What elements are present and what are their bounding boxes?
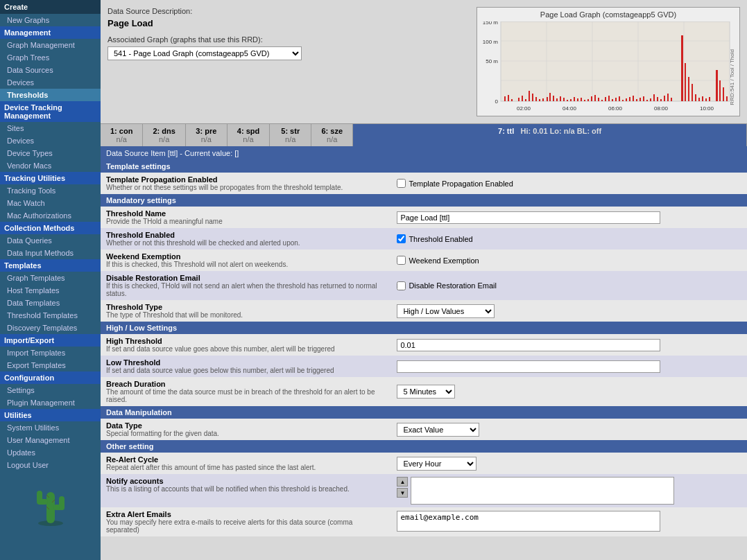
svg-rect-65	[653, 94, 655, 101]
svg-rect-73	[688, 77, 689, 101]
svg-rect-71	[681, 35, 683, 101]
sidebar-item-devices[interactable]: Devices	[0, 76, 101, 89]
sidebar-item-tracking-tools[interactable]: Tracking Tools	[0, 184, 101, 197]
assoc-graph-select[interactable]: 541 - Page Load Graph (comstageapp5 GVD)	[108, 46, 302, 60]
breach-duration-row: Breach Duration The amount of time the d…	[101, 377, 747, 406]
threshold-enabled-checkbox-label: Threshold Enabled	[409, 235, 472, 243]
sidebar-item-graph-templates[interactable]: Graph Templates	[0, 272, 101, 284]
breach-duration-select[interactable]: 5 Minutes 10 Minutes 15 Minutes 30 Minut…	[397, 385, 455, 399]
sidebar-item-host-templates[interactable]: Host Templates	[0, 284, 101, 297]
svg-rect-54	[615, 98, 617, 101]
svg-rect-53	[612, 99, 613, 101]
threshold-name-input[interactable]	[397, 211, 660, 224]
data-type-desc: Special formatting for the given data.	[106, 430, 386, 437]
notify-desc: This is a listing of accounts that will …	[106, 485, 386, 493]
sidebar-item-thresholds[interactable]: Thresholds	[0, 89, 101, 101]
low-threshold-input[interactable]	[397, 360, 660, 373]
svg-rect-50	[601, 100, 603, 101]
svg-rect-68	[664, 96, 665, 101]
realert-row: Re-Alert Cycle Repeat alert after this a…	[101, 453, 747, 474]
svg-rect-67	[660, 99, 662, 101]
sidebar-item-threshold-templates[interactable]: Threshold Templates	[0, 309, 101, 322]
sidebar-item-graph-trees[interactable]: Graph Trees	[0, 51, 101, 64]
notify-scroll: ▲ ▼	[397, 477, 408, 498]
sidebar-section-collection-methods: Collection Methods	[0, 222, 101, 234]
sidebar-section-device-tracking: Device Tracking Management	[0, 101, 101, 122]
sidebar-item-system-utilities[interactable]: System Utilities	[0, 421, 101, 434]
svg-rect-36	[553, 96, 554, 101]
svg-rect-81	[719, 80, 721, 101]
sidebar-item-new-graphs[interactable]: New Graphs	[0, 14, 101, 26]
other-settings-header: Other setting	[101, 440, 747, 453]
sidebar-item-export-templates[interactable]: Export Templates	[0, 359, 101, 371]
tab-sze[interactable]: 6: sze n/a	[311, 124, 353, 146]
sidebar-item-data-sources[interactable]: Data Sources	[0, 64, 101, 76]
highlow-settings-header: High / Low Settings	[101, 322, 747, 334]
svg-rect-32	[539, 99, 540, 101]
low-threshold-label: Low Threshold	[106, 358, 386, 367]
notify-textarea[interactable]	[411, 477, 674, 505]
sidebar-item-logout[interactable]: Logout User	[0, 459, 101, 471]
tab-ttl[interactable]: 7: ttl Hi: 0.01 Lo: n/a BL: off	[353, 124, 747, 146]
sidebar-item-device-types[interactable]: Device Types	[0, 147, 101, 159]
disable-restore-checkbox[interactable]	[397, 281, 406, 290]
tab-spd[interactable]: 4: spd n/a	[227, 124, 270, 146]
notify-scroll-up[interactable]: ▲	[397, 477, 408, 487]
svg-rect-28	[525, 99, 526, 101]
sidebar-section-templates: Templates	[0, 259, 101, 272]
svg-rect-74	[692, 84, 693, 101]
datasource-title: Page Load	[108, 18, 470, 28]
svg-rect-59	[633, 96, 634, 101]
sidebar-section-management: Management	[0, 26, 101, 39]
sidebar-item-devices-dt[interactable]: Devices	[0, 134, 101, 147]
sidebar-item-sites[interactable]: Sites	[0, 122, 101, 134]
tab-pre[interactable]: 3: pre n/a	[186, 124, 227, 146]
threshold-enabled-label: Threshold Enabled	[106, 231, 386, 239]
weekend-exemption-checkbox[interactable]	[397, 256, 406, 265]
svg-rect-55	[619, 96, 620, 101]
sidebar-item-import-templates[interactable]: Import Templates	[0, 347, 101, 359]
svg-rect-43	[577, 98, 578, 101]
graph-side-label: RRD:541 / Tool / Thold	[729, 49, 735, 105]
tab-str[interactable]: 5: str n/a	[270, 124, 311, 146]
realert-select[interactable]: Never Every 15 Minutes Every 30 Minutes …	[397, 457, 476, 471]
sidebar-item-plugin-management[interactable]: Plugin Management	[0, 396, 101, 409]
high-threshold-input[interactable]	[397, 339, 660, 351]
high-threshold-row: High Threshold If set and data source va…	[101, 334, 747, 356]
sidebar-item-settings[interactable]: Settings	[0, 384, 101, 396]
tab-dns[interactable]: 2: dns n/a	[143, 124, 185, 146]
sidebar-item-updates[interactable]: Updates	[0, 446, 101, 459]
sidebar-item-data-queries[interactable]: Data Queries	[0, 234, 101, 247]
notify-scroll-down[interactable]: ▼	[397, 488, 408, 498]
low-threshold-row: Low Threshold If set and data source val…	[101, 356, 747, 377]
data-type-label: Data Type	[106, 421, 386, 430]
sidebar-item-data-input[interactable]: Data Input Methods	[0, 247, 101, 259]
sidebar-item-graph-management[interactable]: Graph Management	[0, 39, 101, 51]
weekend-exemption-label: Weekend Exemption	[106, 252, 386, 261]
disable-restore-checkbox-label: Disable Restoration Email	[409, 281, 497, 290]
template-propagation-checkbox[interactable]	[397, 179, 406, 188]
sidebar-item-mac-watch[interactable]: Mac Watch	[0, 197, 101, 209]
notify-row: Notify accounts This is a listing of acc…	[101, 474, 747, 507]
sidebar-item-data-templates[interactable]: Data Templates	[0, 297, 101, 309]
sidebar-item-mac-auth[interactable]: Mac Authorizations	[0, 209, 101, 222]
tab-con[interactable]: 1: con n/a	[101, 124, 143, 146]
svg-rect-35	[549, 93, 551, 101]
svg-rect-58	[629, 97, 630, 101]
data-type-select[interactable]: Exact Value Percentage Scientific Notati…	[397, 423, 479, 437]
extra-alert-textarea[interactable]: email@example.com	[397, 511, 660, 532]
breach-duration-label: Breach Duration	[106, 380, 386, 388]
threshold-name-field-desc: Provide the THold a meaningful name	[106, 218, 386, 225]
extra-alert-label: Extra Alert Emails	[106, 510, 386, 518]
svg-rect-33	[542, 98, 544, 101]
graph-title: Page Load Graph (comstageapp5 GVD)	[480, 10, 737, 19]
threshold-enabled-checkbox[interactable]	[397, 234, 406, 243]
threshold-type-select[interactable]: High / Low Values Baseline Deviation Tim…	[397, 304, 495, 318]
sidebar-item-user-management[interactable]: User Management	[0, 434, 101, 446]
svg-rect-34	[547, 97, 548, 101]
svg-text:06:00: 06:00	[608, 105, 623, 112]
sidebar-item-vendor-macs[interactable]: Vendor Macs	[0, 159, 101, 172]
sidebar: Create New Graphs Management Graph Manag…	[0, 0, 101, 560]
sidebar-item-discovery-templates[interactable]: Discovery Templates	[0, 322, 101, 334]
weekend-exemption-desc: If this is checked, this Threshold will …	[106, 261, 386, 268]
